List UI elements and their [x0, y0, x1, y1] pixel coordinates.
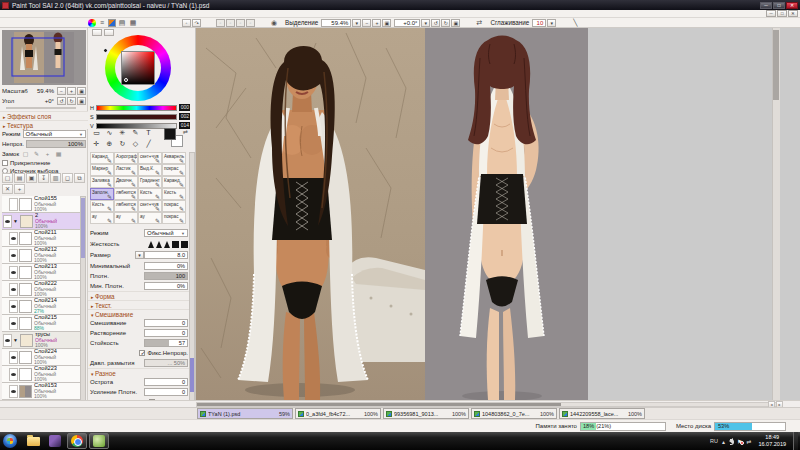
density-boost-slider[interactable]: 0 — [144, 388, 188, 396]
layer-visibility-toggle[interactable] — [9, 300, 18, 313]
brush-cell[interactable]: Каранд. — [162, 176, 186, 188]
blur-pressure-slider[interactable]: ... 50% — [144, 359, 188, 367]
brush-cell[interactable]: Заливка — [90, 176, 114, 188]
lock-all-icon[interactable]: ▦ — [54, 150, 63, 158]
brush-cell[interactable]: Градиент — [138, 176, 162, 188]
nav-slider[interactable] — [6, 107, 76, 109]
magic-wand-tool-icon[interactable]: ✳ — [116, 127, 129, 138]
angle-reset-button[interactable]: ▣ — [451, 19, 460, 27]
layer-list-scroll-thumb[interactable] — [81, 198, 85, 258]
brush-cell[interactable]: Кисть — [90, 200, 114, 212]
layer-row[interactable]: ▼ Слой215 Обычный 88% — [2, 315, 81, 332]
transfer-down-button[interactable]: ↧ — [38, 173, 49, 183]
canvas-workspace[interactable] — [588, 28, 800, 400]
brush-cell[interactable]: лвбнится — [114, 200, 138, 212]
custom-panel-icon[interactable]: ▦ — [128, 18, 138, 27]
deselect-button[interactable]: ▫ — [216, 19, 225, 27]
wheel-tab[interactable] — [92, 29, 102, 36]
persistence-slider[interactable]: 57 — [144, 339, 188, 347]
primary-color-swatch[interactable] — [164, 128, 176, 140]
angle-value-box[interactable]: +0.0° — [394, 19, 420, 27]
canvas[interactable] — [196, 28, 588, 400]
brush-cell[interactable]: Кисть — [138, 188, 162, 200]
taskbar-clock[interactable]: 18:49 16.07.2019 — [758, 434, 786, 447]
lock-pixels-icon[interactable]: ✎ — [32, 150, 41, 158]
rotate-tool-icon[interactable]: ↻ — [116, 138, 129, 149]
texture-brush-section[interactable]: Текст. — [88, 300, 190, 309]
nav-rotate-cw-button[interactable]: ↻ — [67, 97, 76, 105]
shape-section[interactable]: Форма — [88, 291, 190, 300]
layer-opacity-slider[interactable]: 100% — [26, 140, 86, 148]
new-layer-button[interactable]: ▢ — [2, 173, 13, 183]
flip-icon[interactable]: ⇄ — [474, 18, 484, 27]
clear-layer-button[interactable]: ◻ — [62, 173, 73, 183]
taskbar-explorer[interactable] — [23, 433, 43, 449]
navigator-preview[interactable] — [2, 30, 86, 85]
layer-row[interactable]: ▼ Слой214 Обычный 27% — [2, 298, 81, 315]
brush-cell[interactable]: Двоичн. — [114, 176, 138, 188]
color-mixer-icon[interactable] — [108, 19, 116, 27]
brush-cell[interactable]: лвбнится — [114, 188, 138, 200]
rect-select-tool-icon[interactable]: ▭ — [90, 127, 103, 138]
brush-cell[interactable]: Аэрограф — [114, 152, 138, 164]
hand-tool-icon[interactable]: ◇ — [129, 138, 142, 149]
layer-row[interactable]: ▼ Слой211 Обычный 100% — [2, 230, 81, 247]
size-unit-button[interactable]: ▾ — [135, 251, 144, 259]
lock-transparency-icon[interactable]: ▢ — [21, 150, 30, 158]
hardness-icons[interactable] — [148, 241, 188, 248]
saturation-slider[interactable] — [96, 114, 177, 120]
language-indicator[interactable]: RU — [710, 438, 718, 444]
nav-zoom-reset-button[interactable]: ▣ — [77, 87, 86, 95]
nav-angle-reset-button[interactable]: ▣ — [77, 97, 86, 105]
document-tab[interactable]: 99356981_9013... 100% — [383, 408, 469, 419]
selection-eye-icon[interactable]: ◉ — [269, 18, 279, 27]
min-density-slider[interactable]: 0% — [144, 282, 188, 290]
show-desktop-button[interactable] — [793, 432, 798, 450]
layer-visibility-toggle[interactable] — [3, 334, 12, 347]
document-tab[interactable]: TYaN (1).psd 59% — [197, 408, 293, 419]
maximize-button[interactable]: □ — [773, 2, 785, 9]
document-tab[interactable]: 1442209558_lace... 100% — [559, 408, 645, 419]
canvas-vscroll-thumb[interactable] — [773, 30, 779, 100]
layer-row[interactable]: ▼ трусы Обычный 100% — [2, 332, 81, 349]
merge-down-button[interactable]: ▥ — [50, 173, 61, 183]
nav-zoom-in-button[interactable]: + — [67, 87, 76, 95]
taskbar-chrome[interactable] — [67, 433, 87, 449]
swatch-panel-icon[interactable]: ▤ — [117, 18, 127, 27]
layer-effects-section[interactable]: Эффекты слоя — [0, 111, 88, 120]
slider-tab[interactable] — [104, 29, 114, 36]
brush-cell[interactable]: ау — [90, 212, 114, 224]
zoom-in-button[interactable]: + — [372, 19, 381, 27]
layer-row[interactable]: ▼ Слой212 Обычный 100% — [2, 247, 81, 264]
doc-restore-button[interactable]: □ — [777, 10, 787, 17]
angle-dropdown-button[interactable]: ▾ — [421, 19, 430, 27]
brush-cell[interactable]: Маркер — [90, 164, 114, 176]
layer-visibility-toggle[interactable] — [9, 249, 18, 262]
doc-minimize-button[interactable]: ─ — [766, 10, 776, 17]
folder-open-icon[interactable]: ▼ — [13, 218, 18, 224]
size-slider[interactable]: 8.0 — [144, 251, 188, 259]
layer-visibility-toggle[interactable] — [9, 385, 18, 398]
hue-slider[interactable] — [96, 105, 177, 111]
nav-zoom-out-button[interactable]: − — [57, 87, 66, 95]
brush-cell[interactable]: покрас — [162, 212, 186, 224]
brush-cell[interactable]: ау — [138, 212, 162, 224]
layer-visibility-toggle[interactable] — [9, 232, 18, 245]
brush-cell[interactable]: покрас — [162, 164, 186, 176]
canvas-hscroll-thumb[interactable] — [197, 403, 561, 406]
brush-cell[interactable]: ау — [114, 212, 138, 224]
brush-cell[interactable]: Кисть — [162, 188, 186, 200]
zoom-reset-button[interactable]: ▣ — [382, 19, 391, 27]
eyedropper-tool-icon[interactable]: ╱ — [142, 138, 155, 149]
misc-section[interactable]: Разное — [88, 368, 190, 377]
layer-row[interactable]: ▼ 2 Обычный 100% — [2, 213, 81, 230]
document-tab[interactable]: 104803862_0_7e... 100% — [471, 408, 557, 419]
dilution-slider[interactable]: 0 — [144, 329, 188, 337]
new-mask-button[interactable]: ▣ — [26, 173, 37, 183]
close-button[interactable]: ✕ — [786, 2, 798, 9]
zoom-dropdown-button[interactable]: ▾ — [352, 19, 361, 27]
smoothing-dropdown-button[interactable]: ▾ — [547, 19, 556, 27]
new-folder-button[interactable]: ▤ — [14, 173, 25, 183]
zoom-value-box[interactable]: 59.4% — [321, 19, 351, 27]
rotate-cw-button[interactable]: ↻ — [441, 19, 450, 27]
